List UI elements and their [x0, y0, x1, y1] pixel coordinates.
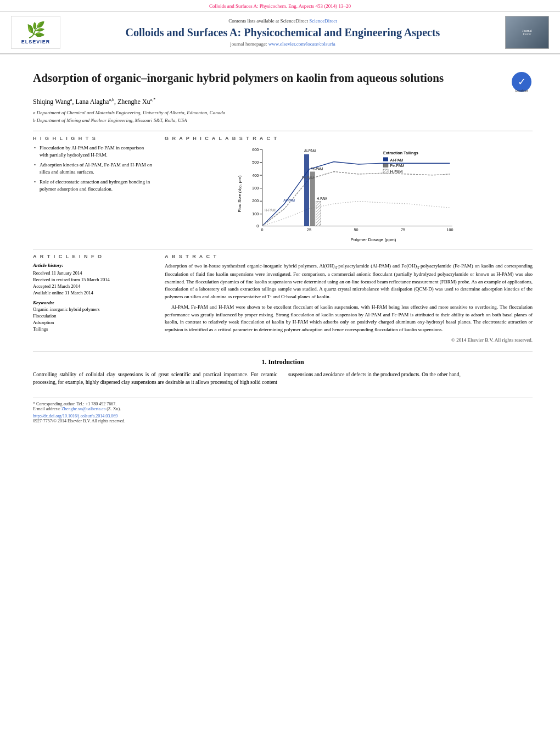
svg-text:50: 50 — [354, 227, 359, 232]
abstract-paragraph-2: Al-PAM, Fe-PAM and H-PAM were shown to b… — [165, 304, 533, 333]
affiliation-b: b Department of Mining and Nuclear Engin… — [33, 117, 533, 125]
svg-text:400: 400 — [252, 173, 259, 178]
crossmark: ✓ CrossMark — [511, 71, 533, 93]
svg-text:300: 300 — [252, 186, 259, 191]
journal-center-info: Contents lists available at ScienceDirec… — [66, 18, 500, 47]
affiliation-a: a Department of Chemical and Materials E… — [33, 109, 533, 117]
svg-text:Fe-PAM: Fe-PAM — [390, 163, 405, 168]
highlight-item-1: Flocculation by Al-PAM and Fe-PAM in com… — [33, 144, 154, 158]
sciencedirect-line: Contents lists available at ScienceDirec… — [66, 18, 500, 24]
available-date: Available online 31 March 2014 — [33, 290, 154, 295]
article-info-label: A R T I C L E I N F O — [33, 254, 154, 259]
journal-title: Colloids and Surfaces A: Physicochemical… — [66, 26, 500, 39]
svg-text:H-PAM: H-PAM — [317, 197, 328, 200]
homepage-link[interactable]: www.elsevier.com/locate/colsurfa — [268, 41, 335, 47]
highlights-graphical-row: H I G H L I G H T S Flocculation by Al-P… — [33, 131, 533, 243]
svg-text:0: 0 — [261, 227, 264, 232]
highlight-item-2: Adsorption kinetics of Al-PAM, Fe-PAM an… — [33, 161, 154, 175]
svg-text:0: 0 — [256, 224, 259, 228]
graphical-abstract-label: G R A P H I C A L A B S T R A C T — [165, 136, 533, 141]
abstract-section: A B S T R A C T Adsorption of two in-hou… — [165, 254, 533, 344]
highlight-item-3: Role of electrostatic attraction and hyd… — [33, 178, 154, 192]
keyword-adsorption: Adsorption — [33, 320, 154, 326]
revised-date: Received in revised form 15 March 2014 — [33, 277, 154, 282]
svg-text:Fe-PAM: Fe-PAM — [311, 167, 323, 171]
doi-line: http://dx.doi.org/10.1016/j.colsurfa.201… — [33, 414, 533, 419]
bar-chart: Floc Size (d₅₀, μm) Polymer Dosage (ppm)… — [165, 144, 533, 243]
keywords-section: Keywords: Organic–inorganic hybrid polym… — [33, 300, 154, 333]
accepted-date: Accepted 21 March 2014 — [33, 283, 154, 289]
corresponding-author: * Corresponding author. Tel.: +1 780 492… — [33, 401, 533, 406]
svg-rect-30 — [383, 169, 388, 173]
abstract-label: A B S T R A C T — [165, 254, 533, 259]
sciencedirect-link[interactable]: ScienceDirect — [309, 18, 337, 24]
svg-text:75: 75 — [401, 227, 405, 232]
keyword-organic: Organic–inorganic hybrid polymers — [33, 306, 154, 313]
intro-heading: 1. Introduction — [33, 358, 533, 366]
issn-line: 0927-7757/© 2014 Elsevier B.V. All right… — [33, 419, 533, 423]
svg-text:100: 100 — [447, 227, 453, 232]
email-link[interactable]: Zhenghe.xu@ualberta.ca — [61, 406, 105, 411]
svg-text:✓: ✓ — [518, 76, 526, 87]
journal-citation: Colloids and Surfaces A: Physicochem. En… — [209, 3, 351, 9]
svg-text:CrossMark: CrossMark — [515, 89, 529, 92]
svg-text:500: 500 — [252, 160, 259, 165]
section-divider — [33, 351, 533, 352]
abstract-text: Adsorption of two in-house synthesized o… — [165, 263, 533, 344]
svg-text:100: 100 — [252, 211, 259, 216]
journal-header: 🌿 ELSEVIER Contents lists available at S… — [0, 12, 560, 54]
received-date: Received 11 January 2014 — [33, 270, 154, 276]
elsevier-brand: ELSEVIER — [21, 39, 51, 44]
journal-homepage: journal homepage: www.elsevier.com/locat… — [66, 41, 500, 47]
svg-rect-36 — [316, 202, 321, 226]
journal-thumbnail: JournalCover — [505, 16, 549, 49]
doi-link[interactable]: http://dx.doi.org/10.1016/j.colsurfa.201… — [33, 414, 117, 419]
highlights-label: H I G H L I G H T S — [33, 136, 154, 141]
svg-text:H-PAM: H-PAM — [265, 208, 276, 212]
abstract-paragraph-1: Adsorption of two in-house synthesized o… — [165, 263, 533, 300]
article-info-abstract-row: A R T I C L E I N F O Article history: R… — [33, 249, 533, 344]
main-content: Adsorption of organic–inorganic hybrid p… — [0, 54, 560, 429]
article-history: Article history: Received 11 January 201… — [33, 263, 154, 295]
svg-text:25: 25 — [307, 227, 311, 232]
svg-text:600: 600 — [252, 147, 259, 152]
svg-text:Extraction Tailings: Extraction Tailings — [383, 150, 418, 155]
chart-container: Floc Size (d₅₀, μm) Polymer Dosage (ppm)… — [165, 144, 533, 243]
introduction-section: 1. Introduction Controlling stability of… — [33, 358, 533, 387]
keywords-title: Keywords: — [33, 300, 154, 305]
article-title-section: Adsorption of organic–inorganic hybrid p… — [33, 71, 533, 93]
svg-text:Al-PAM: Al-PAM — [283, 198, 295, 202]
graphical-abstract-section: G R A P H I C A L A B S T R A C T Floc S… — [165, 136, 533, 243]
authors-line: Shiqing Wanga, Lana Alaghaa,b, Zhenghe X… — [33, 97, 533, 106]
svg-text:200: 200 — [252, 198, 259, 203]
elsevier-tree-icon: 🌿 — [26, 21, 46, 39]
affiliations: a Department of Chemical and Materials E… — [33, 109, 533, 124]
top-bar: Colloids and Surfaces A: Physicochem. En… — [0, 0, 560, 12]
article-info: A R T I C L E I N F O Article history: R… — [33, 254, 154, 344]
intro-body: Controlling stability of colloidal clay … — [33, 371, 533, 387]
svg-rect-28 — [383, 163, 388, 167]
keyword-tailings: Tailings — [33, 326, 154, 333]
svg-text:Al-PAM: Al-PAM — [304, 149, 316, 153]
svg-text:Al-PAM: Al-PAM — [390, 158, 404, 163]
svg-rect-35 — [310, 172, 315, 226]
copyright-line: © 2014 Elsevier B.V. All rights reserved… — [165, 337, 533, 344]
svg-text:Polymer Dosage (ppm): Polymer Dosage (ppm) — [350, 237, 396, 242]
svg-text:Fe-PAM: Fe-PAM — [302, 176, 315, 180]
highlights-list: Flocculation by Al-PAM and Fe-PAM in com… — [33, 144, 154, 193]
svg-text:Floc Size (d₅₀, μm): Floc Size (d₅₀, μm) — [237, 175, 242, 213]
elsevier-logo: 🌿 ELSEVIER — [11, 16, 60, 49]
email-line: E-mail address: Zhenghe.xu@ualberta.ca (… — [33, 406, 533, 411]
article-title: Adsorption of organic–inorganic hybrid p… — [33, 71, 505, 86]
keyword-flocculation: Flocculation — [33, 313, 154, 320]
highlights-section: H I G H L I G H T S Flocculation by Al-P… — [33, 136, 154, 243]
history-title: Article history: — [33, 263, 154, 268]
footnote-area: * Corresponding author. Tel.: +1 780 492… — [33, 398, 533, 423]
svg-rect-34 — [304, 154, 309, 226]
svg-rect-26 — [383, 157, 388, 161]
